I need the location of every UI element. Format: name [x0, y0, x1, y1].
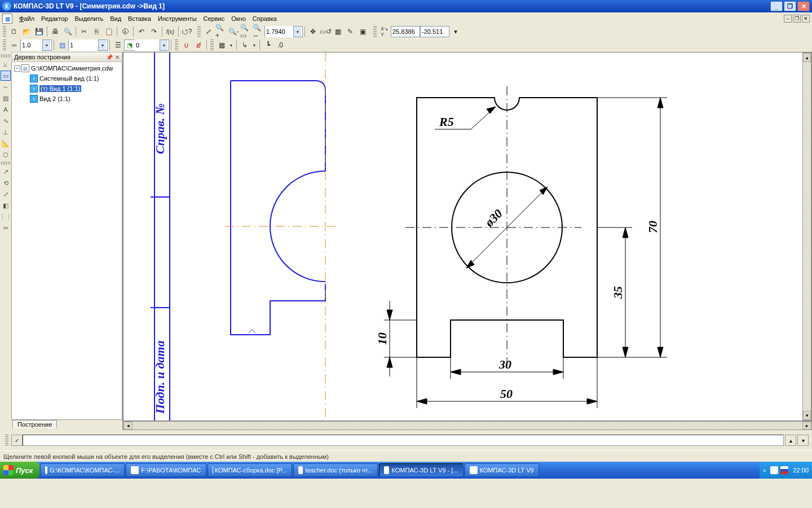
toolbar-grip[interactable]: [1, 161, 10, 165]
mdi-minimize-button[interactable]: –: [784, 15, 792, 23]
open-button[interactable]: 📂: [20, 25, 33, 38]
tree-view-item[interactable]: t(т) Вид 1 (1:1): [13, 84, 121, 94]
toolbar-grip[interactable]: [5, 435, 8, 446]
linestyle-button[interactable]: ═: [8, 39, 20, 51]
zoom-out-button[interactable]: 🔍-: [227, 25, 240, 38]
chevron-down-icon[interactable]: ▾: [98, 40, 106, 50]
zoom-prev-button[interactable]: ▭↺: [319, 25, 332, 38]
print-button[interactable]: 🖶: [49, 25, 61, 38]
tray-expand-icon[interactable]: «: [763, 467, 766, 474]
save-button[interactable]: 💾: [33, 25, 45, 38]
chevron-down-icon[interactable]: ▾: [160, 40, 167, 50]
redo-button[interactable]: ↷: [148, 25, 160, 38]
linewidth-combo[interactable]: ▾: [20, 40, 52, 51]
mdi-doc-icon[interactable]: ▦: [2, 14, 12, 24]
menu-insert[interactable]: Вставка: [125, 14, 155, 23]
pan-button[interactable]: ✥: [307, 25, 319, 38]
geometry-panel-button[interactable]: ⟀: [1, 59, 11, 69]
scroll-right-button[interactable]: ▸: [802, 422, 811, 430]
chevron-down-icon[interactable]: ▾: [42, 40, 50, 50]
snap-off-button[interactable]: ∪̸: [192, 39, 205, 51]
scroll-track[interactable]: [803, 62, 811, 411]
pin-icon[interactable]: 📌: [106, 54, 113, 60]
zoom-combo[interactable]: ▾: [264, 26, 303, 37]
scroll-track[interactable]: [133, 422, 802, 430]
zoom-extents-button[interactable]: ⤢: [202, 25, 215, 38]
restore-button[interactable]: ❐: [784, 1, 796, 11]
edit-sketch-button[interactable]: ✎: [344, 25, 356, 38]
layer-combo[interactable]: ⬔ ▾: [124, 40, 169, 51]
hatch-panel-button[interactable]: ▨: [1, 93, 11, 103]
scrollbar-horizontal[interactable]: ◂ ▸: [123, 421, 812, 430]
collapse-icon[interactable]: −: [14, 65, 20, 72]
properties-button[interactable]: 🛈: [119, 25, 131, 38]
toolbar-grip[interactable]: [3, 40, 6, 51]
tree-root[interactable]: − ▤ G:\КОМПАС\Симметрия.cdw: [13, 63, 121, 73]
menu-select[interactable]: Выделить: [71, 14, 107, 23]
tool-move-button[interactable]: ↗: [1, 167, 11, 177]
toolbar-grip[interactable]: [175, 40, 178, 51]
chevron-down-icon[interactable]: ▾: [293, 27, 301, 37]
menu-service[interactable]: Сервис: [200, 14, 228, 23]
coord-x-input[interactable]: [391, 26, 420, 37]
mdi-close-button[interactable]: ✕: [802, 15, 810, 23]
cmd-up-button[interactable]: ▴: [785, 435, 796, 446]
linewidth-input[interactable]: [21, 40, 42, 51]
new-button[interactable]: 🗋: [8, 25, 20, 38]
local-cs-button[interactable]: ↳: [239, 39, 251, 51]
scroll-left-button[interactable]: ◂: [123, 422, 133, 430]
copy-button[interactable]: ⎘: [90, 25, 103, 38]
help-pointer-button[interactable]: ⭯?: [180, 25, 193, 38]
drawing-canvas[interactable]: ▴ ▾: [123, 52, 812, 421]
toolbar-grip[interactable]: [1, 54, 10, 58]
system-tray[interactable]: « 22:00: [760, 462, 812, 479]
round-button[interactable]: .0: [274, 39, 286, 51]
menu-tools[interactable]: Инструменты: [155, 14, 200, 23]
zoom-dynamic-button[interactable]: 🔍↔: [252, 25, 264, 38]
mdi-restore-button[interactable]: ❐: [793, 15, 801, 23]
text-panel-button[interactable]: А: [1, 104, 11, 115]
tray-lang-icon[interactable]: [780, 466, 788, 474]
scrollbar-vertical[interactable]: ▴ ▾: [802, 52, 811, 421]
zoom-window-button[interactable]: 🔍▭: [240, 25, 252, 38]
toolbar-grip[interactable]: [197, 26, 201, 37]
tool-mirror-button[interactable]: ◧: [1, 200, 11, 211]
tool-scale-button[interactable]: ⤢: [1, 189, 11, 199]
coord-y-input[interactable]: [420, 26, 449, 37]
grid-dropdown[interactable]: ▾: [228, 39, 235, 51]
taskbar-item[interactable]: G:\КОМПАС\КОМПАС-...: [40, 463, 125, 477]
coord-dropdown[interactable]: ▾: [449, 25, 462, 38]
toolbar-grip[interactable]: [210, 40, 214, 51]
menu-view[interactable]: Вид: [107, 14, 125, 23]
menu-window[interactable]: Окно: [228, 14, 249, 23]
style-input[interactable]: [69, 40, 98, 51]
style-icon-button[interactable]: ▤: [56, 39, 68, 51]
minimize-button[interactable]: _: [770, 1, 783, 11]
toolbar-grip[interactable]: [373, 26, 377, 37]
tree-body[interactable]: − ▤ G:\КОМПАС\Симметрия.cdw tСистемный в…: [11, 62, 122, 420]
tree-tab-build[interactable]: Построение: [12, 420, 57, 428]
redraw-button[interactable]: ▦: [332, 25, 344, 38]
variables-button[interactable]: f(x): [164, 25, 176, 38]
menu-edit[interactable]: Редактор: [38, 14, 71, 23]
scroll-up-button[interactable]: ▴: [803, 53, 811, 62]
close-panel-button[interactable]: ✕: [115, 54, 120, 60]
command-input[interactable]: [23, 435, 784, 446]
cmd-apply-button[interactable]: ✓: [11, 435, 23, 446]
taskbar-item[interactable]: teacher.doc (только чт...: [293, 463, 378, 477]
paste-button[interactable]: 📋: [103, 25, 115, 38]
tool-rotate-button[interactable]: ⟲: [1, 178, 11, 188]
ortho-button[interactable]: ┗: [262, 39, 274, 51]
grid-button[interactable]: ▦: [215, 39, 228, 51]
dimensions-panel-button[interactable]: ↔: [1, 82, 11, 92]
scroll-down-button[interactable]: ▾: [803, 411, 811, 420]
taskbar-item[interactable]: КОМПАС-3D LT V9: [465, 463, 539, 477]
tool-array-button[interactable]: ⋮⋮: [1, 212, 11, 222]
measure-panel-button[interactable]: 📐: [1, 138, 11, 148]
cmd-down-button[interactable]: ▾: [797, 435, 809, 446]
taskbar-item[interactable]: КОМПАС-3D LT V9 - [...: [379, 463, 464, 477]
taskbar-item[interactable]: КОМПАС-сборка.doc [P...: [208, 463, 292, 477]
edit-panel-button[interactable]: ▭: [1, 71, 11, 81]
local-cs-dropdown[interactable]: ▾: [251, 39, 258, 51]
snap-on-button[interactable]: ∪: [180, 39, 192, 51]
